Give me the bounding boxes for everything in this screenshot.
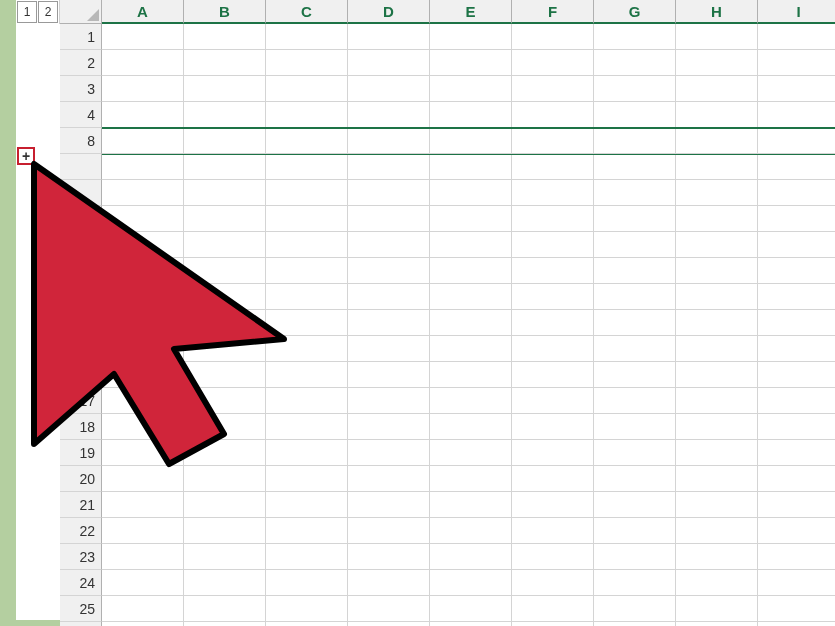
cell[interactable] bbox=[512, 154, 594, 180]
cell[interactable] bbox=[758, 492, 835, 518]
row-header[interactable]: 1 bbox=[60, 24, 102, 50]
cell[interactable] bbox=[102, 622, 184, 626]
row-header[interactable]: 17 bbox=[60, 388, 102, 414]
cell[interactable] bbox=[594, 544, 676, 570]
cell[interactable] bbox=[758, 154, 835, 180]
cell[interactable] bbox=[102, 362, 184, 388]
cell[interactable] bbox=[676, 232, 758, 258]
cell[interactable] bbox=[430, 206, 512, 232]
cell[interactable] bbox=[348, 284, 430, 310]
cell[interactable] bbox=[266, 466, 348, 492]
cell[interactable] bbox=[512, 232, 594, 258]
column-header-H[interactable]: H bbox=[676, 0, 758, 24]
cell[interactable] bbox=[430, 492, 512, 518]
cell[interactable] bbox=[348, 336, 430, 362]
cell[interactable] bbox=[594, 102, 676, 128]
cell[interactable] bbox=[348, 622, 430, 626]
cell[interactable] bbox=[676, 206, 758, 232]
cell[interactable] bbox=[758, 336, 835, 362]
cell[interactable] bbox=[512, 414, 594, 440]
cell[interactable] bbox=[430, 440, 512, 466]
cell[interactable] bbox=[430, 128, 512, 154]
cell[interactable] bbox=[266, 154, 348, 180]
cell[interactable] bbox=[594, 76, 676, 102]
cell[interactable] bbox=[348, 518, 430, 544]
cell[interactable] bbox=[430, 596, 512, 622]
cell[interactable] bbox=[512, 518, 594, 544]
cell[interactable] bbox=[676, 76, 758, 102]
row-header[interactable]: 2 bbox=[60, 50, 102, 76]
cell[interactable] bbox=[758, 310, 835, 336]
cell[interactable] bbox=[594, 362, 676, 388]
cell[interactable] bbox=[102, 388, 184, 414]
cell[interactable] bbox=[594, 414, 676, 440]
cell[interactable] bbox=[430, 310, 512, 336]
cell[interactable] bbox=[430, 544, 512, 570]
outline-level-1-button[interactable]: 1 bbox=[17, 1, 37, 23]
cell[interactable] bbox=[430, 76, 512, 102]
expand-group-button[interactable]: + bbox=[17, 147, 35, 165]
cell[interactable] bbox=[266, 232, 348, 258]
row-header[interactable]: 8 bbox=[60, 128, 102, 154]
cell[interactable] bbox=[184, 362, 266, 388]
cell[interactable] bbox=[348, 206, 430, 232]
cell[interactable] bbox=[512, 362, 594, 388]
cell[interactable] bbox=[184, 24, 266, 50]
cell[interactable] bbox=[676, 492, 758, 518]
row-header[interactable]: 14 bbox=[60, 310, 102, 336]
row-header[interactable]: 15 bbox=[60, 336, 102, 362]
row-header[interactable]: 26 bbox=[60, 622, 102, 626]
cell[interactable] bbox=[266, 414, 348, 440]
cell[interactable] bbox=[758, 596, 835, 622]
cell[interactable] bbox=[266, 284, 348, 310]
cell[interactable] bbox=[102, 336, 184, 362]
cell[interactable] bbox=[512, 622, 594, 626]
cell[interactable] bbox=[102, 180, 184, 206]
column-header-B[interactable]: B bbox=[184, 0, 266, 24]
cell[interactable] bbox=[430, 284, 512, 310]
cell[interactable] bbox=[266, 518, 348, 544]
cell[interactable] bbox=[594, 492, 676, 518]
cell[interactable] bbox=[184, 50, 266, 76]
cell[interactable] bbox=[348, 466, 430, 492]
row-header[interactable]: 21 bbox=[60, 492, 102, 518]
cell[interactable] bbox=[512, 544, 594, 570]
cell[interactable] bbox=[512, 206, 594, 232]
cell[interactable] bbox=[348, 258, 430, 284]
cell[interactable] bbox=[266, 76, 348, 102]
cell[interactable] bbox=[758, 206, 835, 232]
cell[interactable] bbox=[266, 388, 348, 414]
cell[interactable] bbox=[184, 258, 266, 284]
column-header-C[interactable]: C bbox=[266, 0, 348, 24]
cell[interactable] bbox=[348, 50, 430, 76]
cell[interactable] bbox=[184, 440, 266, 466]
cell[interactable] bbox=[102, 492, 184, 518]
cell[interactable] bbox=[102, 206, 184, 232]
cell[interactable] bbox=[102, 466, 184, 492]
cell[interactable] bbox=[102, 518, 184, 544]
cell[interactable] bbox=[430, 232, 512, 258]
cell[interactable] bbox=[184, 154, 266, 180]
cell[interactable] bbox=[594, 440, 676, 466]
cell[interactable] bbox=[676, 518, 758, 544]
cell[interactable] bbox=[512, 24, 594, 50]
cell[interactable] bbox=[102, 154, 184, 180]
cell[interactable] bbox=[102, 284, 184, 310]
column-header-A[interactable]: A bbox=[102, 0, 184, 24]
cell[interactable] bbox=[512, 258, 594, 284]
column-header-E[interactable]: E bbox=[430, 0, 512, 24]
cell[interactable] bbox=[594, 518, 676, 544]
cell[interactable] bbox=[266, 362, 348, 388]
cell[interactable] bbox=[348, 76, 430, 102]
row-header[interactable]: 19 bbox=[60, 440, 102, 466]
cell[interactable] bbox=[184, 388, 266, 414]
row-header[interactable]: 23 bbox=[60, 544, 102, 570]
row-header[interactable]: 16 bbox=[60, 362, 102, 388]
cell[interactable] bbox=[758, 258, 835, 284]
cell[interactable] bbox=[348, 102, 430, 128]
cell[interactable] bbox=[758, 362, 835, 388]
cell[interactable] bbox=[266, 310, 348, 336]
cell[interactable] bbox=[266, 596, 348, 622]
cell[interactable] bbox=[184, 310, 266, 336]
cell[interactable] bbox=[348, 596, 430, 622]
